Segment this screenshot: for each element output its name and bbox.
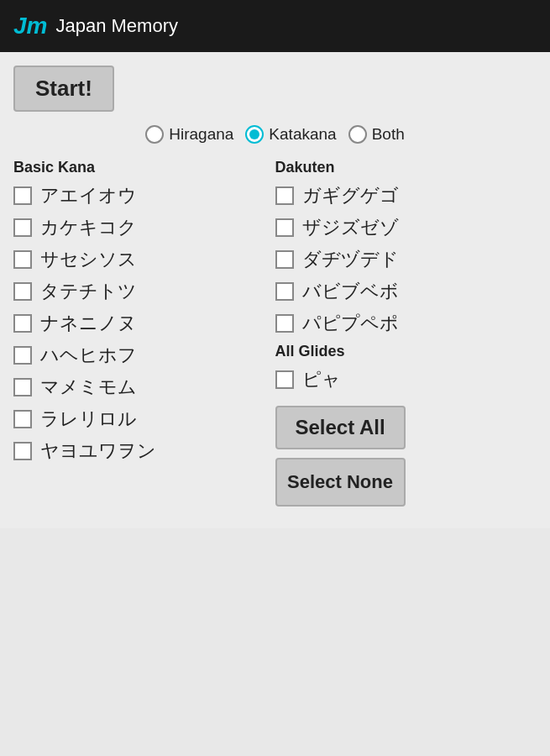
kana-text-6: マメミモム bbox=[40, 375, 137, 400]
dakuten-text-0: ガギグゲゴ bbox=[302, 183, 399, 208]
kana-checkbox-7[interactable] bbox=[13, 410, 32, 428]
radio-both[interactable]: Both bbox=[348, 125, 405, 144]
list-item: アエイオウ bbox=[13, 183, 275, 208]
list-item: バビブベボ bbox=[275, 279, 537, 304]
kana-text-1: カケキコク bbox=[40, 215, 137, 240]
kana-text-2: サセシソス bbox=[40, 247, 137, 272]
list-item: サセシソス bbox=[13, 247, 275, 272]
kana-checkbox-6[interactable] bbox=[13, 378, 32, 396]
app-title: Japan Memory bbox=[55, 15, 178, 37]
glide-checkbox-0[interactable] bbox=[275, 370, 294, 389]
radio-label-hiragana: Hiragana bbox=[169, 125, 233, 144]
basic-kana-column: Basic Kana アエイオウ カケキコク サセシソス タテチトツ ナネニノヌ bbox=[13, 159, 275, 515]
start-button[interactable]: Start! bbox=[13, 66, 114, 112]
dakuten-checkbox-2[interactable] bbox=[275, 250, 294, 269]
list-item: ザジズゼゾ bbox=[275, 215, 537, 240]
kana-checkbox-0[interactable] bbox=[13, 186, 32, 205]
kana-text-4: ナネニノヌ bbox=[40, 311, 137, 336]
radio-hiragana[interactable]: Hiragana bbox=[145, 125, 233, 144]
list-item: ピャ bbox=[275, 367, 537, 392]
glide-text-0: ピャ bbox=[302, 367, 341, 392]
radio-label-both: Both bbox=[372, 125, 405, 144]
radio-katakana[interactable]: Katakana bbox=[245, 125, 336, 144]
kana-checkbox-1[interactable] bbox=[13, 218, 32, 237]
radio-label-katakana: Katakana bbox=[269, 125, 336, 144]
dakuten-checkbox-0[interactable] bbox=[275, 186, 294, 205]
list-item: カケキコク bbox=[13, 215, 275, 240]
kana-text-5: ハヘヒホフ bbox=[40, 343, 137, 368]
list-item: ダヂヅデド bbox=[275, 247, 537, 272]
dakuten-text-2: ダヂヅデド bbox=[302, 247, 399, 272]
list-item: ハヘヒホフ bbox=[13, 343, 275, 368]
kana-checkbox-2[interactable] bbox=[13, 250, 32, 269]
dakuten-checkbox-1[interactable] bbox=[275, 218, 294, 237]
basic-kana-header: Basic Kana bbox=[13, 159, 275, 176]
kana-checkbox-4[interactable] bbox=[13, 314, 32, 333]
columns: Basic Kana アエイオウ カケキコク サセシソス タテチトツ ナネニノヌ bbox=[13, 159, 537, 515]
all-glides-header: All Glides bbox=[275, 343, 537, 360]
kana-text-0: アエイオウ bbox=[40, 183, 137, 208]
list-item: ナネニノヌ bbox=[13, 311, 275, 336]
kana-text-3: タテチトツ bbox=[40, 279, 137, 304]
kana-checkbox-5[interactable] bbox=[13, 346, 32, 365]
radio-circle-katakana bbox=[245, 125, 264, 144]
radio-circle-both bbox=[348, 125, 367, 144]
list-item: ラレリロル bbox=[13, 407, 275, 432]
kana-text-8: ヤヨユワヲン bbox=[40, 438, 156, 464]
app-header: Jm Japan Memory bbox=[0, 0, 550, 52]
select-all-button[interactable]: Select All bbox=[275, 406, 406, 449]
list-item: ヤヨユワヲン bbox=[13, 438, 275, 464]
kana-checkbox-8[interactable] bbox=[13, 442, 32, 460]
radio-circle-hiragana bbox=[145, 125, 164, 144]
dakuten-checkbox-3[interactable] bbox=[275, 282, 294, 301]
select-none-button[interactable]: Select None bbox=[275, 458, 406, 507]
dakuten-text-1: ザジズゼゾ bbox=[302, 215, 399, 240]
app-logo: Jm bbox=[13, 13, 47, 39]
kana-text-7: ラレリロル bbox=[40, 407, 137, 432]
list-item: パピプペポ bbox=[275, 311, 537, 336]
dakuten-column: Dakuten ガギグゲゴ ザジズゼゾ ダヂヅデド バビブベボ パピプペポ bbox=[275, 159, 537, 515]
list-item: マメミモム bbox=[13, 375, 275, 400]
dakuten-checkbox-4[interactable] bbox=[275, 314, 294, 333]
kana-checkbox-3[interactable] bbox=[13, 282, 32, 301]
dakuten-text-4: パピプペポ bbox=[302, 311, 399, 336]
radio-group: Hiragana Katakana Both bbox=[13, 125, 537, 144]
main-content: Start! Hiragana Katakana Both Basic Kana… bbox=[0, 52, 550, 528]
dakuten-header: Dakuten bbox=[275, 159, 537, 176]
dakuten-text-3: バビブベボ bbox=[302, 279, 399, 304]
list-item: ガギグゲゴ bbox=[275, 183, 537, 208]
list-item: タテチトツ bbox=[13, 279, 275, 304]
